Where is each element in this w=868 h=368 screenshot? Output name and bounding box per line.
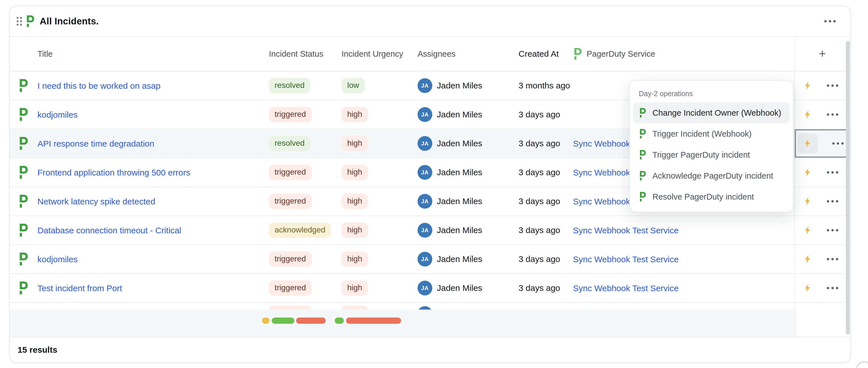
status-badge: resolved <box>269 78 310 93</box>
column-header-urgency: Incident Urgency <box>342 49 417 59</box>
incident-title-link[interactable]: Frontend application throwing 500 errors <box>37 168 190 177</box>
column-header-status: Incident Status <box>269 49 342 59</box>
run-action-button[interactable] <box>803 81 813 91</box>
add-column-button[interactable]: + <box>819 48 826 60</box>
run-action-button[interactable] <box>803 254 813 264</box>
assignee-name: Jaden Miles <box>437 197 482 206</box>
run-action-button[interactable] <box>803 110 813 120</box>
pagerduty-icon <box>10 224 37 237</box>
menu-item-resolve-pagerduty-incident[interactable]: Resolve PagerDuty incident <box>633 186 790 207</box>
menu-item-trigger-incident[interactable]: Trigger Incident (Webhook) <box>633 123 790 144</box>
avatar: JA <box>417 165 432 180</box>
dashboard-page: All Incidents. Title Incident Status Inc… <box>0 0 868 368</box>
pagerduty-icon <box>573 48 582 60</box>
incident-title-link[interactable]: kodjomiles <box>37 110 78 120</box>
row-menu-button[interactable] <box>824 226 842 235</box>
urgency-badge: high <box>342 194 368 209</box>
status-pill-acknowledged <box>262 317 270 324</box>
widget-menu-button[interactable] <box>821 17 839 26</box>
avatar: JA <box>417 252 432 267</box>
avatar: JA <box>417 78 432 93</box>
status-badge: resolved <box>269 136 310 151</box>
status-badge: triggered <box>269 107 312 122</box>
urgency-badge: low <box>342 78 365 93</box>
avatar: JA <box>417 136 432 151</box>
avatar: JA <box>417 281 432 295</box>
run-action-button[interactable] <box>803 168 813 177</box>
menu-item-acknowledge-pagerduty-incident[interactable]: Acknowledge PagerDuty incident <box>633 165 790 186</box>
run-action-button[interactable] <box>803 283 813 293</box>
table-row: Test incident from Port triggered high J… <box>10 274 850 303</box>
row-menu-button[interactable] <box>824 110 842 119</box>
pagerduty-icon <box>10 79 37 92</box>
table-header-row: Title Incident Status Incident Urgency A… <box>10 37 850 71</box>
status-badge: triggered <box>269 252 312 267</box>
day2-operations-menu: Day-2 operations Change Incident Owner (… <box>629 80 794 212</box>
run-action-button[interactable] <box>798 133 818 154</box>
menu-item-change-incident-owner[interactable]: Change Incident Owner (Webhook) <box>633 102 790 123</box>
floating-help-button[interactable] <box>856 361 868 368</box>
status-badge: triggered <box>269 194 312 209</box>
urgency-badge: high <box>342 136 368 151</box>
service-link[interactable]: Sync Webhook Test Service <box>573 226 679 235</box>
pagerduty-icon <box>639 171 646 180</box>
urgency-pill-high <box>346 317 401 324</box>
status-badge: triggered <box>269 280 312 296</box>
assignee-name: Jaden Miles <box>437 139 482 148</box>
run-action-button[interactable] <box>803 197 813 206</box>
summary-strip-track <box>10 310 795 337</box>
service-link[interactable]: Sync Webhook Test Service <box>573 255 679 264</box>
status-badge: triggered <box>269 306 312 310</box>
status-badge: acknowledged <box>269 223 331 238</box>
row-menu-button[interactable] <box>824 255 842 264</box>
menu-header: Day-2 operations <box>633 84 790 102</box>
pagerduty-icon <box>639 108 646 118</box>
pagerduty-icon <box>10 253 37 266</box>
created-at: 3 months ago <box>519 81 573 91</box>
avatar: JA <box>417 306 432 310</box>
incident-title-link[interactable]: Database connection timeout - Critical <box>37 226 181 235</box>
incident-title-link[interactable]: Network latency spike detected <box>37 197 155 206</box>
incident-title-link[interactable]: kodjomiles <box>37 255 78 264</box>
results-count: 15 results <box>10 337 850 362</box>
assignee-name: Jaden Miles <box>437 81 482 91</box>
service-link[interactable]: Sync Webhook Test Service <box>573 283 679 293</box>
actions-cell-focused <box>794 129 850 158</box>
created-at: 3 days ago <box>519 254 573 264</box>
incident-title-link[interactable]: API response time degradation <box>37 139 154 148</box>
urgency-badge: high <box>342 223 368 238</box>
row-menu-button[interactable] <box>824 283 842 293</box>
table-row: kodjomiles triggered high JAJaden Miles … <box>10 245 850 274</box>
assignee-name: Jaden Miles <box>437 168 482 177</box>
status-pill-resolved <box>272 317 294 324</box>
urgency-badge: high <box>342 165 368 180</box>
incident-title-link[interactable]: Test incident from Port <box>37 283 122 293</box>
avatar: JA <box>417 107 432 122</box>
created-at: 3 days ago <box>519 139 573 148</box>
menu-item-trigger-pagerduty-incident[interactable]: Trigger PagerDuty incident <box>633 144 790 165</box>
column-header-assignees: Assignees <box>417 49 519 59</box>
incident-title-link[interactable]: I need this to be worked on asap <box>37 81 160 91</box>
urgency-badge: high <box>342 107 368 122</box>
pagerduty-icon <box>639 129 646 139</box>
widget-title-bar: All Incidents. <box>10 6 850 37</box>
urgency-badge: high <box>342 306 368 310</box>
created-at: 3 days ago <box>519 168 573 177</box>
status-pill-triggered <box>296 317 326 324</box>
pagerduty-icon <box>639 150 646 160</box>
row-menu-button[interactable] <box>824 81 842 90</box>
column-header-title: Title <box>37 49 269 59</box>
row-menu-button[interactable] <box>829 139 847 148</box>
urgency-badge: high <box>342 252 368 267</box>
row-menu-button[interactable] <box>824 168 842 177</box>
created-at: 3 days ago <box>519 110 573 120</box>
status-badge: triggered <box>269 165 312 180</box>
widget-title: All Incidents. <box>40 16 99 27</box>
drag-handle-icon[interactable] <box>17 17 22 26</box>
column-header-created: Created At <box>519 49 573 59</box>
assignee-name: Jaden Miles <box>437 254 482 264</box>
created-at: 3 days ago <box>519 197 573 206</box>
row-menu-button[interactable] <box>824 197 842 206</box>
run-action-button[interactable] <box>803 225 813 235</box>
vertical-scrollbar[interactable] <box>846 41 850 335</box>
